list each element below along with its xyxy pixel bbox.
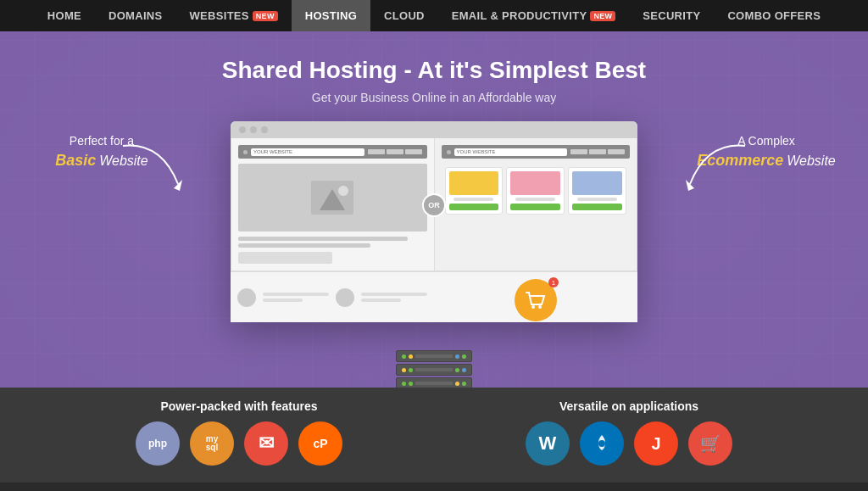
avatar-line-2 [263, 299, 303, 302]
svg-point-8 [598, 440, 605, 447]
server-rack-area [396, 350, 472, 388]
nav-items: HOMEDOMAINSWEBSITESNewHOSTINGCLOUDEMAIL … [0, 0, 868, 31]
feature-icon-email: ✉ [244, 421, 288, 466]
led-1 [402, 354, 406, 359]
navigation: HOMEDOMAINSWEBSITESNewHOSTINGCLOUDEMAIL … [0, 0, 868, 31]
product-img-yellow [449, 171, 499, 195]
nav-item-home[interactable]: HOME [34, 0, 95, 31]
nav-item-combooffers[interactable]: COMBO OFFERS [714, 0, 834, 31]
server-bar [415, 354, 453, 358]
hero-section: Shared Hosting - At it's Simplest Best G… [0, 31, 868, 388]
feature-icon-joomla: J [634, 421, 678, 466]
product-btn-1 [449, 204, 499, 210]
nav-bar-segment [405, 149, 422, 154]
product-card-2 [506, 167, 565, 215]
browser-right-panel: YOUR WEBSITE [435, 138, 638, 271]
led-2 [409, 354, 413, 359]
browser-mockup: YOUR WEBSITE [231, 121, 637, 322]
product-card-1 [445, 167, 504, 215]
product-img-pink [510, 171, 560, 195]
url-dot [243, 150, 248, 154]
browser-panels: YOUR WEBSITE [231, 138, 637, 271]
server-rack [396, 350, 472, 388]
nav-bar-r-seg [589, 149, 606, 154]
product-text-3 [577, 198, 617, 201]
product-text-1 [453, 198, 493, 201]
server-bar-3 [415, 382, 453, 385]
cart-svg [525, 291, 547, 310]
avatar-line-1 [263, 293, 329, 296]
features-left: Power-packed with features php mysql ✉ c… [95, 399, 383, 466]
nav-bar-r-seg [608, 149, 625, 154]
led-8 [462, 368, 466, 372]
led-6 [409, 368, 413, 372]
avatar-1 [237, 288, 256, 307]
avatar-line-3 [361, 293, 427, 296]
features-left-icons: php mysql ✉ cP [136, 421, 342, 466]
hero-image-placeholder [238, 164, 427, 232]
led-9 [402, 382, 406, 386]
led-11 [455, 382, 459, 386]
hero-subtitle: Get your Business Online in an Affordabl… [312, 91, 556, 104]
server-unit-2 [396, 364, 472, 376]
svg-point-5 [531, 305, 535, 309]
product-grid [442, 164, 631, 218]
browser-cart-area: 1 [434, 272, 637, 322]
url-text-right: YOUR WEBSITE [454, 148, 568, 156]
nav-item-cloud[interactable]: CLOUD [370, 0, 438, 31]
nav-item-security[interactable]: SECURITY [629, 0, 714, 31]
feature-icon-php: php [136, 421, 180, 466]
product-text-2 [515, 198, 555, 201]
url-text-left: YOUR WEBSITE [251, 148, 364, 156]
cart-icon: 1 [515, 279, 557, 321]
nav-badge: New [590, 11, 615, 21]
browser-avatar-left [231, 272, 434, 322]
server-unit-3 [396, 377, 472, 388]
browser-left-panel: YOUR WEBSITE [231, 138, 435, 271]
nav-bar-r-seg [570, 149, 587, 154]
nav-bar-segment [387, 149, 403, 154]
features-bar: Power-packed with features php mysql ✉ c… [0, 388, 868, 483]
cart-badge: 1 [548, 277, 559, 287]
svg-marker-1 [686, 180, 694, 191]
feature-icon-drupal [580, 421, 624, 466]
led-7 [455, 368, 459, 372]
led-10 [409, 382, 413, 386]
drupal-svg [590, 432, 614, 455]
hero-title: Shared Hosting - At it's Simplest Best [222, 57, 646, 84]
nav-item-domains[interactable]: DOMAINS [95, 0, 176, 31]
text-line-3 [238, 252, 332, 264]
browser-bar [231, 121, 637, 138]
annotation-right: A Complex Ecommerce Website [690, 133, 843, 171]
annotation-right-line3: Website [787, 153, 836, 168]
annotation-left: Perfect for a Basic Website [25, 133, 178, 171]
avatar-lines-2 [361, 293, 427, 302]
product-btn-3 [572, 204, 622, 210]
avatar-lines-1 [263, 293, 329, 302]
nav-bar-segment [368, 149, 385, 154]
nav-item-websites[interactable]: WEBSITESNew [176, 0, 292, 31]
svg-point-6 [538, 305, 542, 309]
features-right-title: Versatile on applications [559, 399, 698, 413]
nav-item-emailproductivity[interactable]: EMAIL & PRODUCTIVITYNew [438, 0, 630, 31]
url-nav-dots [368, 149, 422, 154]
text-line-2 [238, 243, 370, 248]
features-right-icons: W J 🛒 [526, 421, 732, 466]
feature-icon-mysql: mysql [190, 421, 234, 466]
features-right: Versatile on applications W J 🛒 [485, 399, 773, 466]
arrow-right-icon [682, 142, 749, 192]
text-line-1 [238, 237, 408, 241]
avatar-line-4 [361, 299, 401, 302]
browser-bottom: 1 [231, 271, 637, 322]
url-dot-r [447, 150, 451, 154]
product-img-blue [572, 171, 622, 195]
url-bar-right: YOUR WEBSITE [442, 145, 631, 159]
bottom-bar: Starts at just AUD 7.97 /mo ★ Money Back… [0, 483, 868, 491]
text-lines [238, 237, 427, 264]
arrow-left-icon [119, 142, 186, 192]
avatar-2 [336, 288, 354, 307]
nav-item-hosting[interactable]: HOSTING [292, 0, 370, 31]
features-left-title: Power-packed with features [160, 399, 317, 413]
led-12 [462, 382, 466, 386]
server-unit-1 [396, 350, 472, 362]
